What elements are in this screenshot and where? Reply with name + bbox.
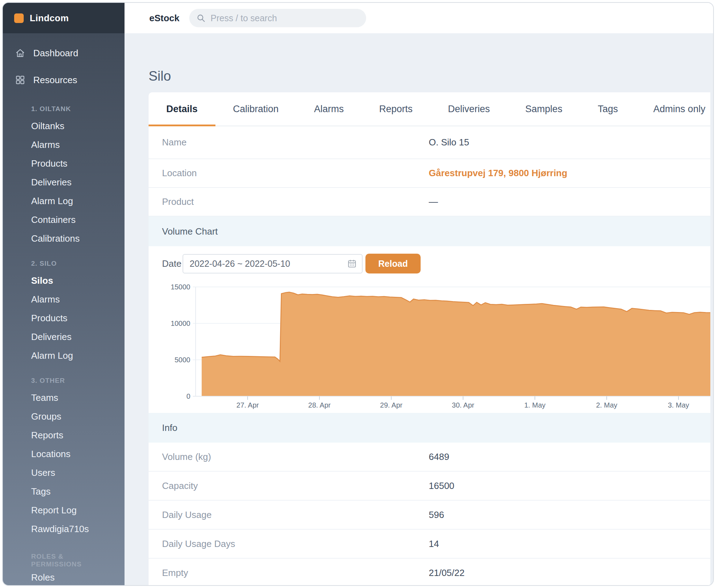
- sidebar-item-label: Dashboard: [33, 48, 78, 59]
- sidebar-section-1-oiltank: 1. OILTANK: [3, 101, 125, 117]
- app-window: Lindcom DashboardResources1. OILTANKOilt…: [2, 2, 714, 586]
- sidebar-item-teams[interactable]: Teams: [3, 388, 125, 407]
- info-row-empty: Empty21/05/22: [149, 559, 710, 585]
- svg-text:5000: 5000: [175, 356, 191, 364]
- detail-rows: NameO. Silo 15LocationGårestrupvej 179, …: [149, 126, 710, 217]
- field-value: 16500: [429, 480, 454, 491]
- svg-text:2. May: 2. May: [596, 401, 617, 409]
- field-label: Location: [162, 168, 429, 179]
- sidebar-item-deliveries[interactable]: Deliveries: [3, 328, 125, 346]
- info-rows: Volume (kg)6489Capacity16500Daily Usage5…: [149, 443, 710, 585]
- tab-calibration[interactable]: Calibration: [215, 92, 296, 126]
- field-label: Volume (kg): [162, 451, 429, 462]
- sidebar-item-alarm-log[interactable]: Alarm Log: [3, 192, 125, 211]
- sidebar-section-roles-permissions: ROLES & PERMISSIONS: [3, 553, 125, 568]
- sidebar-item-dashboard[interactable]: Dashboard: [3, 40, 125, 67]
- info-row-capacity: Capacity16500: [149, 472, 710, 501]
- svg-text:28. Apr: 28. Apr: [308, 401, 331, 409]
- info-row-volume-kg: Volume (kg)6489: [149, 443, 710, 472]
- volume-area-chart: 05000100001500027. Apr28. Apr29. Apr30. …: [149, 281, 710, 413]
- svg-text:1. May: 1. May: [524, 401, 545, 409]
- field-value: 596: [429, 509, 444, 520]
- info-row-daily-usage-days: Daily Usage Days14: [149, 530, 710, 559]
- tab-details[interactable]: Details: [149, 92, 215, 126]
- tab-samples[interactable]: Samples: [508, 92, 580, 126]
- sidebar-item-alarms[interactable]: Alarms: [3, 290, 125, 309]
- field-value: O. Silo 15: [429, 137, 469, 148]
- volume-chart-section-header: Volume Chart: [149, 217, 710, 246]
- search-input[interactable]: [210, 13, 359, 23]
- reload-button[interactable]: Reload: [365, 254, 421, 273]
- detail-row-location: LocationGårestrupvej 179, 9800 Hjørring: [149, 159, 710, 188]
- field-label: Daily Usage: [162, 509, 429, 520]
- sidebar-item-locations[interactable]: Locations: [3, 445, 125, 463]
- field-value-link[interactable]: Gårestrupvej 179, 9800 Hjørring: [429, 168, 567, 179]
- sidebar-item-label: Resources: [33, 75, 77, 86]
- calendar-icon[interactable]: [347, 259, 357, 269]
- field-label: Name: [162, 137, 429, 148]
- sidebar-item-resources[interactable]: Resources: [3, 67, 125, 93]
- sidebar-item-containers[interactable]: Containers: [3, 211, 125, 229]
- tab-reports[interactable]: Reports: [362, 92, 431, 126]
- field-label: Empty: [162, 567, 429, 578]
- field-label: Product: [162, 196, 429, 207]
- date-range-input[interactable]: 2022-04-26 ~ 2022-05-10: [183, 254, 363, 273]
- sidebar-logo: Lindcom: [3, 3, 125, 33]
- detail-row-product: Product—: [149, 188, 710, 217]
- sidebar-item-silos[interactable]: Silos: [3, 271, 125, 290]
- info-section-header: Info: [149, 413, 710, 443]
- field-value: —: [429, 196, 438, 207]
- field-value: 6489: [429, 451, 449, 462]
- sidebar-item-alarms[interactable]: Alarms: [3, 136, 125, 154]
- volume-chart-section-title: Volume Chart: [162, 226, 218, 237]
- svg-text:10000: 10000: [171, 319, 190, 327]
- sidebar-item-oiltanks[interactable]: Oiltanks: [3, 117, 125, 136]
- svg-text:27. Apr: 27. Apr: [236, 401, 259, 409]
- grid-icon: [15, 75, 25, 85]
- sidebar-section-3-other: 3. OTHER: [3, 373, 125, 388]
- svg-text:29. Apr: 29. Apr: [380, 401, 403, 409]
- sidebar-section-2-silo: 2. SILO: [3, 256, 125, 271]
- sidebar-item-alarm-log[interactable]: Alarm Log: [3, 346, 125, 365]
- date-range-value: 2022-04-26 ~ 2022-05-10: [190, 259, 347, 269]
- svg-text:0: 0: [186, 392, 190, 400]
- page-title: Silo: [149, 69, 171, 84]
- volume-chart: 05000100001500027. Apr28. Apr29. Apr30. …: [149, 281, 710, 413]
- main-content: Silo DetailsCalibrationAlarmsReportsDeli…: [125, 33, 713, 585]
- sidebar-item-users[interactable]: Users: [3, 463, 125, 482]
- sidebar-nav: DashboardResources1. OILTANKOiltanksAlar…: [3, 33, 125, 585]
- date-label: Date: [162, 258, 183, 269]
- search-box[interactable]: [189, 9, 366, 27]
- silo-card: DetailsCalibrationAlarmsReportsDeliverie…: [149, 92, 710, 585]
- search-icon: [196, 13, 206, 23]
- top-header: eStock: [125, 3, 713, 33]
- info-section-title: Info: [162, 422, 177, 433]
- tab-admins-only[interactable]: Admins only: [636, 92, 710, 126]
- home-icon: [15, 48, 25, 58]
- sidebar-item-products[interactable]: Products: [3, 154, 125, 173]
- field-label: Daily Usage Days: [162, 538, 429, 549]
- field-value: 14: [429, 538, 439, 549]
- tab-deliveries[interactable]: Deliveries: [430, 92, 508, 126]
- tab-tags[interactable]: Tags: [580, 92, 636, 126]
- sidebar-item-groups[interactable]: Groups: [3, 407, 125, 426]
- detail-row-name: NameO. Silo 15: [149, 126, 710, 159]
- field-value: 21/05/22: [429, 567, 464, 578]
- info-row-daily-usage: Daily Usage596: [149, 501, 710, 530]
- sidebar-item-reports[interactable]: Reports: [3, 426, 125, 445]
- tab-bar: DetailsCalibrationAlarmsReportsDeliverie…: [149, 92, 710, 126]
- sidebar-item-tags[interactable]: Tags: [3, 482, 125, 501]
- svg-text:3. May: 3. May: [668, 401, 689, 409]
- sidebar-item-report-log[interactable]: Report Log: [3, 501, 125, 520]
- sidebar-item-deliveries[interactable]: Deliveries: [3, 173, 125, 192]
- brand-name: Lindcom: [30, 13, 69, 24]
- brand-logo-icon: [14, 13, 24, 23]
- sidebar-item-calibrations[interactable]: Calibrations: [3, 229, 125, 248]
- field-label: Capacity: [162, 480, 429, 491]
- sidebar-item-rawdigia710s[interactable]: Rawdigia710s: [3, 520, 125, 538]
- tab-alarms[interactable]: Alarms: [296, 92, 362, 126]
- app-name: eStock: [149, 13, 179, 24]
- svg-text:30. Apr: 30. Apr: [452, 401, 474, 409]
- sidebar-item-roles[interactable]: Roles: [3, 568, 125, 585]
- sidebar-item-products[interactable]: Products: [3, 309, 125, 328]
